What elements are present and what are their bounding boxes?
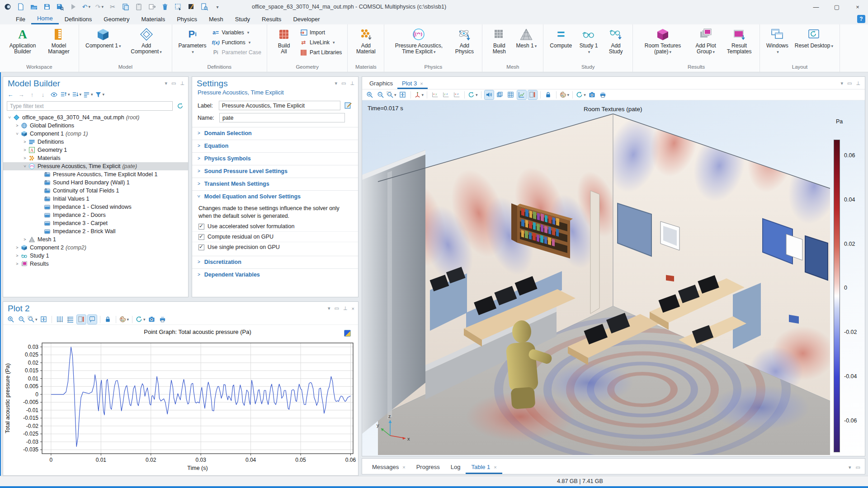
tree-item-study-1[interactable]: >Study 1 — [3, 252, 188, 260]
label-field-input[interactable] — [219, 101, 340, 110]
zoom-box-button[interactable]: ▾ — [28, 315, 38, 324]
tree-item-results[interactable]: >Results — [3, 260, 188, 268]
graphics-canvas[interactable]: Time=0.017 s Room Textures (pate) — [362, 100, 865, 456]
expander-icon[interactable]: > — [14, 123, 20, 128]
view-xy-button[interactable]: xy — [430, 90, 439, 99]
tree-item-definitions[interactable]: >Definitions — [3, 138, 188, 146]
section-discretization[interactable]: >Discretization — [192, 256, 358, 267]
clear-selection-button[interactable] — [186, 2, 196, 12]
save-button[interactable] — [42, 2, 52, 12]
pin-icon[interactable]: ⊥ — [343, 305, 348, 311]
maximize-button[interactable]: ▢ — [826, 0, 847, 14]
show-icon[interactable] — [49, 90, 58, 99]
expander-icon[interactable]: > — [22, 148, 28, 152]
y-grid-button[interactable] — [66, 315, 75, 324]
go-to-default-view-button[interactable]: ▾ — [414, 90, 424, 99]
tree-item-initial-values[interactable]: DInitial Values 1 — [3, 195, 188, 203]
name-field-input[interactable] — [219, 113, 345, 122]
checkbox-icon[interactable] — [198, 234, 204, 240]
add-plot-group-button[interactable]: Add Plot Group▾ — [690, 26, 722, 56]
transparency-button[interactable] — [495, 90, 505, 99]
tree-item-component-2[interactable]: >Component 2(comp2) — [3, 244, 188, 252]
float-icon[interactable]: ▭ — [335, 305, 339, 311]
checkbox-icon[interactable] — [198, 244, 204, 250]
add-component-button[interactable]: Add Component▾ — [125, 26, 168, 56]
move-down-button[interactable]: ↓ — [38, 90, 47, 99]
tree-item-pressure-acoustics[interactable]: >Pressure Acoustics, Time Explicit(pate) — [3, 162, 188, 170]
tab-messages[interactable]: Messages× — [367, 461, 411, 474]
expander-icon[interactable]: > — [14, 262, 20, 266]
sound-button[interactable] — [485, 90, 494, 99]
find-button[interactable] — [199, 2, 209, 12]
close-tab-icon[interactable]: × — [402, 465, 405, 470]
variables-button[interactable]: a=Variables▾ — [210, 28, 263, 37]
help-button[interactable]: ? — [857, 15, 865, 23]
select-box-button[interactable] — [173, 2, 183, 12]
tree-item-geometry-1[interactable]: >AGeometry 1 — [3, 146, 188, 154]
panel-menu-icon[interactable]: ▾ — [840, 80, 843, 86]
tab-table-1[interactable]: Table 1× — [466, 461, 502, 474]
update-plot-button[interactable]: ▾ — [136, 315, 146, 324]
menu-file[interactable]: File — [10, 14, 31, 24]
close-tab-icon[interactable]: × — [420, 81, 423, 86]
tree-item-component-1[interactable]: >Component 1(comp 1) — [3, 130, 188, 138]
tree-item-mesh-1[interactable]: >Mesh 1 — [3, 235, 188, 244]
section-domain-selection[interactable]: >Domain Selection — [192, 127, 358, 139]
collapse-all-icon[interactable]: ▾ — [60, 90, 70, 99]
expander-icon[interactable]: > — [7, 115, 12, 120]
refresh-icon[interactable] — [175, 102, 184, 111]
tab-log[interactable]: Log — [445, 461, 466, 474]
menu-mesh[interactable]: Mesh — [203, 14, 229, 24]
reset-desktop-button[interactable]: Reset Desktop▾ — [792, 26, 836, 50]
tree-item-global-definitions[interactable]: >Global Definitions — [3, 122, 188, 130]
tree-item-impedance-2-brick[interactable]: Impedance 2 - Brick Wall — [3, 227, 188, 235]
float-icon[interactable]: ▭ — [847, 80, 852, 86]
tree-item-impedance-3-carpet[interactable]: Impedance 3 - Carpet — [3, 219, 188, 227]
pressure-acoustics-button[interactable]: Pressure Acoustics, Time Explicit▾ — [388, 26, 449, 56]
menu-developer[interactable]: Developer — [287, 14, 326, 24]
redo-button[interactable]: ↷▾ — [94, 2, 104, 12]
expander-icon[interactable]: > — [22, 156, 28, 160]
section-dependent-variables[interactable]: >Dependent Variables — [192, 268, 358, 280]
node-text-icon[interactable]: ▾ — [83, 90, 93, 99]
section-equation[interactable]: >Equation — [192, 140, 358, 151]
tree-item-continuity[interactable]: DContinuity of Total Fields 1 — [3, 187, 188, 195]
snapshot-button[interactable] — [588, 90, 597, 99]
pin-icon[interactable]: ⊥ — [856, 80, 860, 86]
delete-button[interactable] — [160, 2, 170, 12]
print-button[interactable] — [599, 90, 608, 99]
tree-item-materials[interactable]: >Materials — [3, 154, 188, 162]
float-icon[interactable]: ▭ — [171, 80, 176, 86]
paste-button[interactable] — [134, 2, 144, 12]
copy-button[interactable] — [121, 2, 131, 12]
expander-icon[interactable]: > — [22, 237, 28, 242]
expander-icon[interactable]: > — [15, 131, 19, 136]
checkbox-single-precision[interactable]: Use single precision on GPU — [192, 242, 358, 252]
livelink-button[interactable]: ⇄LiveLink▾ — [298, 38, 344, 47]
zoom-out-button[interactable] — [376, 90, 385, 99]
zoom-in-button[interactable] — [6, 315, 15, 324]
menu-home[interactable]: Home — [31, 14, 59, 24]
wireframe-button[interactable] — [506, 90, 515, 99]
pin-icon[interactable]: ⊥ — [180, 80, 184, 86]
part-libraries-button[interactable]: Part Libraries — [298, 48, 344, 57]
menu-physics[interactable]: Physics — [171, 14, 203, 24]
close-tab-icon[interactable]: × — [494, 465, 496, 470]
cut-button[interactable]: ✂ — [108, 2, 118, 12]
checkbox-accelerated-solver[interactable]: Use accelerated solver formulation — [192, 221, 358, 232]
section-spl-settings[interactable]: >Sound Pressure Level Settings — [192, 165, 358, 177]
add-physics-button[interactable]: Add Physics — [450, 26, 478, 56]
build-mesh-button[interactable]: Build Mesh — [486, 26, 512, 56]
color-legend-button[interactable] — [528, 90, 537, 99]
plot-window-icon[interactable] — [344, 330, 351, 337]
expander-icon[interactable]: > — [14, 245, 20, 250]
view-yz-button[interactable]: yz — [441, 90, 450, 99]
view-xz-button[interactable]: xz — [452, 90, 461, 99]
color-legend-button[interactable] — [77, 315, 86, 324]
tree-item-impedance-2-doors[interactable]: Impedance 2 - Doors — [3, 211, 188, 219]
section-physics-symbols[interactable]: >Physics Symbols — [192, 152, 358, 164]
zoom-out-button[interactable] — [17, 315, 26, 324]
save-search-button[interactable] — [55, 2, 65, 12]
tab-progress[interactable]: Progress — [411, 461, 445, 474]
compute-button[interactable]: = Compute — [547, 26, 575, 50]
